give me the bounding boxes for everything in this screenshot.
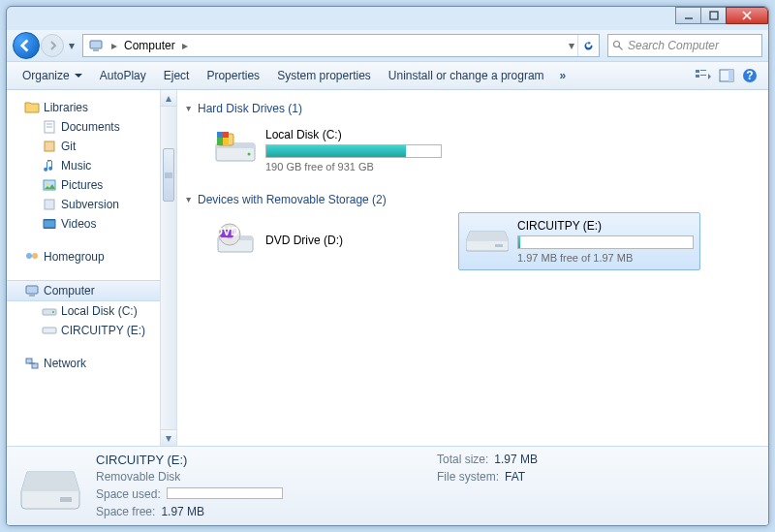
tree-local-disk-c[interactable]: Local Disk (C:) (7, 301, 176, 321)
address-bar[interactable]: ▸ Computer ▸ ▾ (82, 34, 600, 57)
preview-pane-button[interactable] (716, 65, 737, 86)
svg-rect-32 (43, 328, 56, 333)
search-icon (612, 40, 624, 51)
toolbar: Organize AutoPlay Eject Properties Syste… (7, 61, 768, 90)
details-usage-bar (167, 487, 283, 499)
maximize-button[interactable] (700, 7, 727, 24)
homegroup-icon (24, 249, 40, 265)
libraries-icon (24, 100, 40, 115)
details-pane: CIRCUITPY (E:) Total size: 1.97 MB Remov… (7, 446, 768, 525)
svg-point-27 (32, 253, 38, 259)
help-button[interactable]: ? (739, 65, 760, 86)
drive-local-disk-c[interactable]: Local Disk (C:) 190 GB free of 931 GB (206, 121, 449, 179)
minimize-button[interactable] (675, 7, 701, 24)
svg-rect-9 (700, 70, 706, 71)
organize-label: Organize (22, 69, 70, 82)
svg-rect-11 (700, 75, 706, 76)
forward-button[interactable] (41, 34, 64, 57)
tree-circuitpy-e[interactable]: CIRCUITPY (E:) (7, 321, 176, 340)
autoplay-label: AutoPlay (100, 69, 146, 82)
tree-computer[interactable]: Computer (7, 280, 176, 301)
svg-rect-23 (44, 220, 55, 228)
tree-documents[interactable]: Documents (7, 117, 176, 137)
breadcrumb-computer[interactable]: Computer (120, 35, 179, 56)
breadcrumb-chevron-icon[interactable]: ▸ (179, 39, 191, 52)
tree-item-label: Git (61, 140, 76, 153)
scroll-up-icon[interactable]: ▴ (161, 90, 176, 107)
tree-item-label: Local Disk (C:) (61, 304, 138, 318)
group-header-label: Devices with Removable Storage (2) (198, 193, 387, 206)
hdd-icon (42, 303, 57, 319)
scrollbar-thumb[interactable] (163, 148, 174, 202)
tree-libraries-label: Libraries (44, 101, 88, 114)
dvd-icon: DVD (213, 219, 258, 258)
explorer-window: ▾ ▸ Computer ▸ ▾ Search Computer Organiz… (6, 6, 769, 526)
removable-drive-icon (16, 453, 84, 519)
drive-dvd-d[interactable]: DVD DVD Drive (D:) (206, 212, 449, 270)
removable-drive-icon (465, 219, 510, 258)
organize-menu[interactable]: Organize (15, 65, 90, 86)
system-properties-button[interactable]: System properties (269, 65, 379, 86)
view-options-button[interactable] (693, 65, 714, 86)
tree-network[interactable]: Network (7, 354, 176, 373)
svg-point-21 (46, 183, 49, 186)
videos-icon (42, 216, 57, 232)
drive-subtitle: 190 GB free of 931 GB (265, 161, 442, 172)
group-header-hdd[interactable]: Hard Disk Drives (1) (187, 102, 759, 115)
usage-bar (517, 235, 694, 249)
scroll-down-icon[interactable]: ▾ (161, 429, 176, 446)
sidebar-scrollbar[interactable]: ▴ ▾ (160, 90, 176, 446)
svg-rect-4 (90, 41, 102, 48)
search-input[interactable]: Search Computer (607, 34, 762, 57)
git-icon (42, 139, 57, 154)
svg-text:DVD: DVD (214, 225, 239, 238)
group-header-label: Hard Disk Drives (1) (198, 102, 302, 115)
search-placeholder: Search Computer (628, 39, 719, 52)
navigation-tree: Libraries Documents Git Music Pictures S… (7, 90, 177, 446)
tree-subversion[interactable]: Subversion (7, 195, 176, 214)
eject-label: Eject (164, 69, 190, 82)
tree-item-label: Documents (61, 120, 120, 134)
address-history-dropdown[interactable]: ▾ (566, 39, 577, 52)
details-type: Removable Disk (96, 470, 180, 484)
tree-item-label: Pictures (61, 178, 103, 192)
refresh-button[interactable] (577, 35, 599, 56)
breadcrumb-label: Computer (124, 39, 175, 52)
svg-rect-8 (696, 70, 699, 73)
hdd-icon (213, 128, 258, 167)
back-button[interactable] (13, 32, 40, 59)
details-space-free-value: 1.97 MB (161, 505, 204, 522)
drive-title: CIRCUITPY (E:) (517, 219, 694, 233)
svg-rect-33 (26, 359, 32, 363)
details-space-free-label: Space free: (96, 505, 155, 522)
pictures-icon (42, 177, 57, 193)
drive-title: Local Disk (C:) (265, 128, 442, 141)
tree-git[interactable]: Git (7, 137, 176, 156)
tree-homegroup[interactable]: Homegroup (7, 247, 176, 266)
history-dropdown[interactable]: ▾ (65, 36, 78, 55)
music-icon (42, 158, 57, 173)
properties-label: Properties (206, 69, 260, 82)
tree-pictures[interactable]: Pictures (7, 175, 176, 195)
tree-item-label: Music (61, 159, 91, 172)
breadcrumb-root-chevron-icon[interactable]: ▸ (108, 39, 120, 52)
tree-videos[interactable]: Videos (7, 214, 176, 234)
close-button[interactable] (726, 7, 768, 24)
drive-circuitpy-e[interactable]: CIRCUITPY (E:) 1.97 MB free of 1.97 MB (458, 212, 700, 270)
tree-libraries[interactable]: Libraries (7, 98, 176, 117)
tree-music[interactable]: Music (7, 156, 176, 175)
main-area: Libraries Documents Git Music Pictures S… (7, 90, 768, 446)
eject-button[interactable]: Eject (156, 65, 198, 86)
svg-rect-19 (45, 141, 54, 151)
svg-rect-43 (223, 138, 229, 145)
svg-rect-13 (728, 70, 733, 81)
navigation-bar: ▾ ▸ Computer ▸ ▾ Search Computer (7, 30, 768, 61)
uninstall-label: Uninstall or change a program (388, 69, 544, 82)
svg-point-6 (614, 42, 620, 47)
documents-icon (42, 119, 57, 135)
uninstall-button[interactable]: Uninstall or change a program (381, 65, 552, 86)
toolbar-overflow[interactable]: » (554, 69, 573, 82)
autoplay-button[interactable]: AutoPlay (92, 65, 154, 86)
properties-button[interactable]: Properties (199, 65, 267, 86)
group-header-removable[interactable]: Devices with Removable Storage (2) (187, 193, 759, 206)
